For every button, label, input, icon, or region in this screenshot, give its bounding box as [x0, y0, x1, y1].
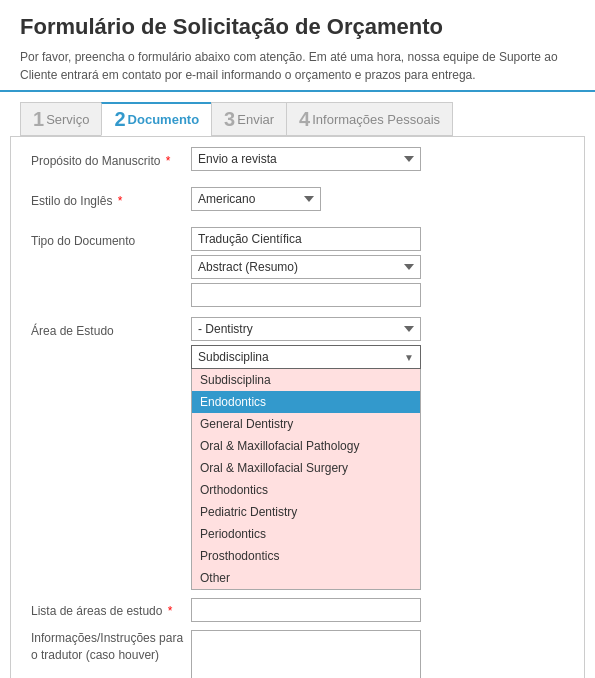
area-row: Área de Estudo - Dentistry - Medicine - … — [31, 317, 564, 592]
subdisciplina-header[interactable]: Subdisciplina ▼ — [191, 345, 421, 369]
area-control: - Dentistry - Medicine - Other Subdiscip… — [191, 317, 564, 592]
dropdown-item-oral-path[interactable]: Oral & Maxillofacial Pathology — [192, 435, 420, 457]
tipo-extra-input[interactable] — [191, 283, 421, 307]
tab-servico-label: Serviço — [46, 112, 89, 127]
info-control — [191, 630, 421, 678]
dropdown-item-ortho[interactable]: Orthodontics — [192, 479, 420, 501]
proposito-select[interactable]: Envio a revista Outro — [191, 147, 421, 171]
info-textarea[interactable] — [191, 630, 421, 678]
dropdown-item-other[interactable]: Other — [192, 567, 420, 589]
dropdown-item-perio[interactable]: Periodontics — [192, 523, 420, 545]
subdisciplina-container: Subdisciplina ▼ Subdisciplina Endodontic… — [191, 345, 421, 590]
page-container: Formulário de Solicitação de Orçamento P… — [0, 0, 595, 678]
tipo-select[interactable]: Abstract (Resumo) Artigo Tese — [191, 255, 421, 279]
area-label: Área de Estudo — [31, 317, 191, 340]
subdisciplina-header-text: Subdisciplina — [198, 350, 269, 364]
chevron-down-icon: ▼ — [404, 352, 414, 363]
lista-label: Lista de áreas de estudo * — [31, 598, 191, 618]
form-area: Propósito do Manuscrito * Envio a revist… — [10, 136, 585, 678]
page-description: Por favor, preencha o formulário abaixo … — [20, 48, 575, 84]
tab-documento-number: 2 — [114, 108, 125, 131]
tab-informacoes[interactable]: 4 Informações Pessoais — [286, 102, 453, 136]
tabs-bar: 1 Serviço 2 Documento 3 Enviar 4 Informa… — [20, 102, 575, 136]
area-select[interactable]: - Dentistry - Medicine - Other — [191, 317, 421, 341]
dropdown-item-general[interactable]: General Dentistry — [192, 413, 420, 435]
tipo-text-input[interactable] — [191, 227, 421, 251]
page-title: Formulário de Solicitação de Orçamento — [20, 14, 575, 40]
lista-control — [191, 598, 564, 622]
estilo-required: * — [118, 194, 123, 208]
lista-required: * — [168, 604, 173, 618]
proposito-required: * — [166, 154, 171, 168]
dropdown-item-oral-surg[interactable]: Oral & Maxillofacial Surgery — [192, 457, 420, 479]
tab-servico-number: 1 — [33, 108, 44, 131]
tipo-row: Tipo do Documento Abstract (Resumo) Arti… — [31, 227, 564, 307]
dropdown-item-endodontics[interactable]: Endodontics — [192, 391, 420, 413]
info-label: Informações/Instruções para o tradutor (… — [31, 630, 191, 664]
tab-enviar-label: Enviar — [237, 112, 274, 127]
tab-enviar-number: 3 — [224, 108, 235, 131]
estilo-label: Estilo do Inglês * — [31, 187, 191, 210]
proposito-row: Propósito do Manuscrito * Envio a revist… — [31, 147, 564, 177]
tab-informacoes-label: Informações Pessoais — [312, 112, 440, 127]
tab-enviar[interactable]: 3 Enviar — [211, 102, 286, 136]
info-row: Informações/Instruções para o tradutor (… — [31, 630, 564, 678]
tab-documento[interactable]: 2 Documento — [101, 102, 211, 136]
estilo-control: Americano Britânico — [191, 187, 564, 211]
lista-row: Lista de áreas de estudo * — [31, 598, 564, 622]
dropdown-item-subdisciplina[interactable]: Subdisciplina — [192, 369, 420, 391]
dropdown-item-pediatric[interactable]: Pediatric Dentistry — [192, 501, 420, 523]
estilo-select[interactable]: Americano Britânico — [191, 187, 321, 211]
estilo-row: Estilo do Inglês * Americano Britânico — [31, 187, 564, 217]
tipo-label: Tipo do Documento — [31, 227, 191, 250]
tipo-control: Abstract (Resumo) Artigo Tese — [191, 227, 564, 307]
lista-input[interactable] — [191, 598, 421, 622]
tab-informacoes-number: 4 — [299, 108, 310, 131]
subdisciplina-dropdown-list: Subdisciplina Endodontics General Dentis… — [191, 369, 421, 590]
proposito-control: Envio a revista Outro — [191, 147, 564, 171]
tab-documento-label: Documento — [128, 112, 200, 127]
proposito-label: Propósito do Manuscrito * — [31, 147, 191, 170]
dropdown-item-prostho[interactable]: Prosthodontics — [192, 545, 420, 567]
tab-servico[interactable]: 1 Serviço — [20, 102, 101, 136]
header: Formulário de Solicitação de Orçamento P… — [0, 0, 595, 92]
